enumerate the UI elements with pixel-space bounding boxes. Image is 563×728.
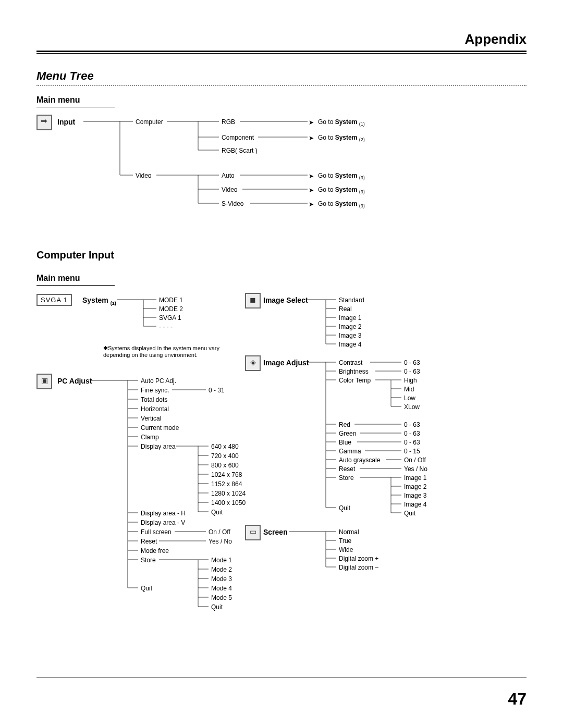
goto-4: Go to System (3) <box>318 186 365 194</box>
goto-2: Go to System (2) <box>318 134 365 142</box>
arrow-icon: ➤ <box>309 201 314 208</box>
screen-icon: ▭ <box>245 525 261 540</box>
screen-label: Screen <box>263 528 288 536</box>
image-select-icon: ◼ <box>245 293 261 309</box>
footnote: ✱Systems displayed in the system menu va… <box>103 345 239 358</box>
auto-gray-r: On / Off <box>404 456 426 464</box>
fine-sync-range: 0 - 31 <box>209 387 225 394</box>
total-dots: Total dots <box>141 396 167 403</box>
display-area-v: Display area - V <box>141 519 185 526</box>
main-menu-rule-2 <box>36 285 115 286</box>
mode-2: Mode 3 <box>211 575 232 583</box>
is-1: Real <box>339 305 352 313</box>
si-0: Image 1 <box>404 474 426 482</box>
auto-label: Auto <box>222 172 235 179</box>
dotted-rule <box>36 85 527 86</box>
scr-0: Normal <box>339 528 359 536</box>
computer-label: Computer <box>136 118 163 126</box>
res-7: Quit <box>211 509 223 516</box>
header-rule-thin <box>36 53 527 54</box>
mode2: MODE 2 <box>159 305 183 313</box>
contrast-r: 0 - 63 <box>404 359 420 366</box>
mode-free: Mode free <box>141 547 169 554</box>
display-area-h: Display area - H <box>141 510 186 517</box>
res-4: 1152 x 864 <box>211 480 242 488</box>
is-5: Image 4 <box>339 341 361 348</box>
mode-4: Mode 5 <box>211 594 232 601</box>
svga-icon: SVGA 1 <box>36 294 72 306</box>
blue: Blue <box>339 439 351 446</box>
full-screen-val: On / Off <box>209 528 230 536</box>
mode-1: Mode 2 <box>211 566 232 573</box>
clamp: Clamp <box>141 434 159 441</box>
res-1: 720 x 400 <box>211 452 239 460</box>
ia-store: Store <box>339 474 354 482</box>
rgb-label: RGB <box>222 118 235 126</box>
header-rule-thick <box>36 51 527 52</box>
main-menu-rule-1 <box>36 107 115 107</box>
red-r: 0 - 63 <box>404 421 420 428</box>
arrow-icon: ➤ <box>309 119 314 126</box>
scr-2: Wide <box>339 546 353 553</box>
si-1: Image 2 <box>404 483 426 490</box>
ia-reset: Reset <box>339 465 355 473</box>
computer-input-heading: Computer Input <box>36 249 527 261</box>
goto-3: Go to System (3) <box>318 172 365 180</box>
main-menu-heading-1: Main menu <box>36 95 527 105</box>
component-label: Component <box>222 134 254 141</box>
image-adjust-label: Image Adjust <box>263 359 309 367</box>
main-menu-heading-2: Main menu <box>36 274 527 283</box>
fine-sync: Fine sync. <box>141 387 169 394</box>
vertical: Vertical <box>141 415 161 422</box>
scr-3: Digital zoom + <box>339 555 378 562</box>
image-select-label: Image Select <box>263 296 308 304</box>
pc-quit: Quit <box>141 585 152 592</box>
is-0: Standard <box>339 297 364 304</box>
goto-5: Go to System (3) <box>318 200 365 208</box>
header-title: Appendix <box>36 31 527 47</box>
ia-reset-r: Yes / No <box>404 465 427 473</box>
display-area: Display area <box>141 443 176 450</box>
si-4: Quit <box>404 510 415 517</box>
si-3: Image 4 <box>404 501 426 508</box>
temp-1: Mid <box>404 386 414 393</box>
scr-1: True <box>339 537 351 545</box>
video-label: Video <box>136 172 151 179</box>
system-label: System (1) <box>82 296 116 306</box>
blue-r: 0 - 63 <box>404 439 420 446</box>
is-2: Image 1 <box>339 314 361 322</box>
svideo-label: S-Video <box>222 200 243 207</box>
current-mode: Current mode <box>141 424 179 431</box>
pc-reset-val: Yes / No <box>209 538 232 545</box>
color-temp: Color Temp <box>339 377 371 384</box>
footer-rule <box>36 677 527 677</box>
svga1-item: SVGA 1 <box>159 314 181 322</box>
pc-adjust-icon: ▣ <box>36 374 52 389</box>
si-2: Image 3 <box>404 492 426 499</box>
res-5: 1280 x 1024 <box>211 490 246 497</box>
is-4: Image 3 <box>339 332 361 339</box>
temp-3: XLow <box>404 403 420 411</box>
ia-quit: Quit <box>339 504 350 512</box>
mode1: MODE 1 <box>159 297 183 304</box>
contrast: Contrast <box>339 359 362 366</box>
res-3: 1024 x 768 <box>211 471 242 478</box>
auto-gray: Auto grayscale <box>339 456 380 464</box>
brightness-r: 0 - 63 <box>404 368 420 375</box>
rgb-scart-label: RGB( Scart ) <box>222 147 258 154</box>
pc-adjust-label: PC Adjust <box>57 377 92 385</box>
gamma-r: 0 - 15 <box>404 448 420 455</box>
green-r: 0 - 63 <box>404 430 420 437</box>
res-0: 640 x 480 <box>211 443 239 450</box>
arrow-icon: ➤ <box>309 187 314 194</box>
auto-pc: Auto PC Adj. <box>141 377 176 385</box>
input-label: Input <box>57 118 75 126</box>
res-6: 1400 x 1050 <box>211 499 246 507</box>
goto-1: Go to System (1) <box>318 118 365 127</box>
store: Store <box>141 557 156 564</box>
temp-2: Low <box>404 394 415 402</box>
green: Green <box>339 430 356 437</box>
temp-0: High <box>404 377 417 384</box>
video2-label: Video <box>222 186 237 193</box>
mode-0: Mode 1 <box>211 557 232 564</box>
